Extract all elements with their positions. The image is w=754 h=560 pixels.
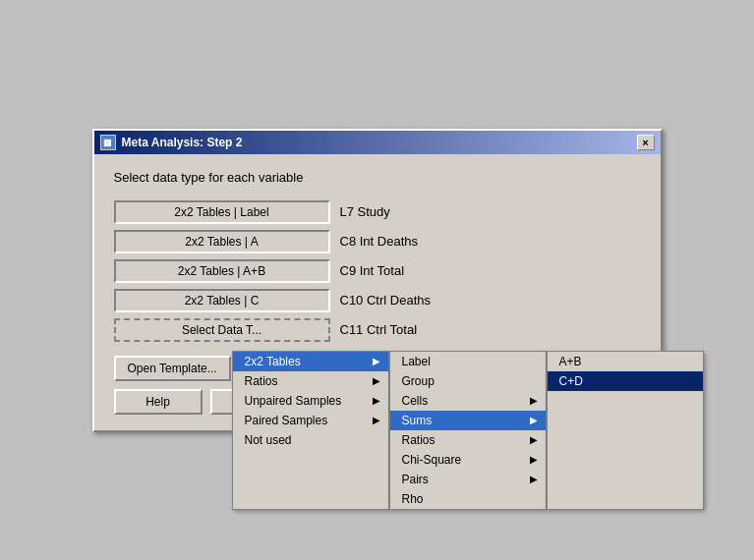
menu-item-cells[interactable]: Cells ▶ [390,391,546,411]
row4-button[interactable]: 2x2 Tables | C [114,289,330,312]
arrow-icon-5: ▶ [530,395,538,406]
menu-item-unpaired[interactable]: Unpaired Samples ▶ [233,391,388,411]
data-row-1: 2x2 Tables | Label L7 Study [114,200,641,224]
title-bar-left: ▦ Meta Analysis: Step 2 [100,135,243,150]
data-row-2: 2x2 Tables | A C8 Int Deaths [114,230,641,253]
menu-item-group[interactable]: Group [390,371,546,391]
row2-label: C8 Int Deaths [340,234,419,249]
menu-item-ratios2[interactable]: Ratios ▶ [390,430,546,450]
select-data-button[interactable]: Select Data T... [114,318,330,342]
window-body: Select data type for each variable 2x2 T… [94,154,661,430]
arrow-icon-6: ▶ [530,415,538,425]
title-bar: ▦ Meta Analysis: Step 2 × [94,131,661,154]
arrow-icon-4: ▶ [373,415,380,425]
data-row-3: 2x2 Tables | A+B C9 Int Total [114,259,641,283]
open-template-button[interactable]: Open Template... [114,356,231,381]
menu-item-sums[interactable]: Sums ▶ [390,411,546,430]
data-rows: 2x2 Tables | Label L7 Study 2x2 Tables |… [114,200,641,342]
arrow-icon-7: ▶ [530,434,538,445]
select-row-label: C11 Ctrl Total [340,322,418,337]
menu-item-2x2tables[interactable]: 2x2 Tables ▶ [233,352,388,371]
row3-button[interactable]: 2x2 Tables | A+B [114,259,330,283]
menu-item-ratios[interactable]: Ratios ▶ [233,371,388,391]
context-menu-level1: 2x2 Tables ▶ Ratios ▶ Unpaired Samples ▶… [232,351,389,510]
row1-label: L7 Study [340,204,390,219]
arrow-icon-2: ▶ [373,375,380,386]
close-button[interactable]: × [637,135,655,150]
menu-item-pairs[interactable]: Pairs ▶ [390,470,546,489]
context-menu-layer: 2x2 Tables ▶ Ratios ▶ Unpaired Samples ▶… [232,351,704,510]
select-data-row: Select Data T... C11 Ctrl Total [114,318,641,342]
menu-item-paired[interactable]: Paired Samples ▶ [233,411,388,430]
window-title: Meta Analysis: Step 2 [122,136,243,149]
main-window: ▦ Meta Analysis: Step 2 × Select data ty… [92,129,663,432]
data-row-4: 2x2 Tables | C C10 Ctrl Deaths [114,289,641,312]
help-button[interactable]: Help [114,389,203,415]
arrow-icon-1: ▶ [373,356,380,366]
row3-label: C9 Int Total [340,263,405,278]
arrow-icon-3: ▶ [373,395,380,406]
row4-label: C10 Ctrl Deaths [340,293,431,308]
menu-item-aplusb[interactable]: A+B [548,352,703,371]
instruction-text: Select data type for each variable [114,170,641,185]
row1-button[interactable]: 2x2 Tables | Label [114,200,330,224]
arrow-icon-9: ▶ [530,474,538,484]
menu-item-label[interactable]: Label [390,352,546,371]
context-menu-level3: A+B C+D [547,351,704,510]
arrow-icon-8: ▶ [530,454,538,465]
menu-item-notused[interactable]: Not used [233,430,388,450]
context-menu-level2: Label Group Cells ▶ Sums ▶ Ratios ▶ [389,351,547,510]
menu-item-cplusd[interactable]: C+D [548,371,703,391]
window-icon: ▦ [100,135,116,150]
menu-item-chisquare[interactable]: Chi-Square ▶ [390,450,546,470]
menu-item-rho[interactable]: Rho [390,489,546,509]
row2-button[interactable]: 2x2 Tables | A [114,230,330,253]
